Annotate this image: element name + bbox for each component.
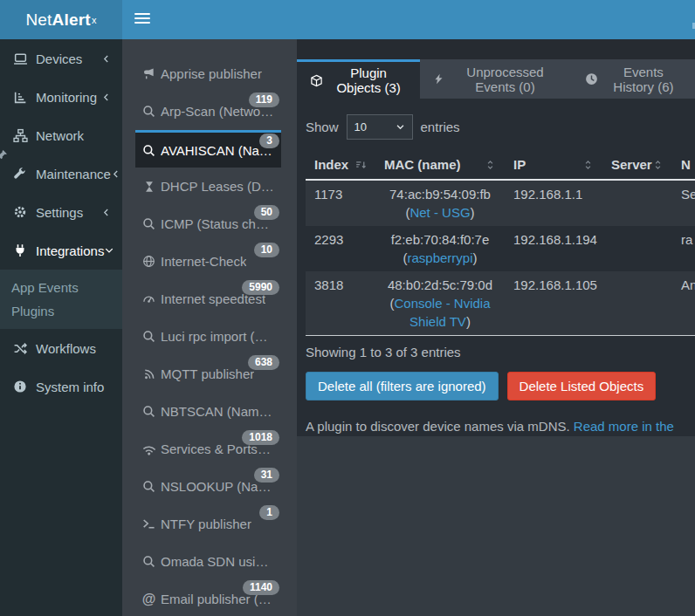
device-link[interactable]: Net - USG	[409, 205, 470, 220]
table-row: 3818 48:b0:2d:5c:79:0d (Console - Nvidia…	[306, 271, 695, 336]
terminal-icon	[142, 517, 155, 530]
search-icon	[142, 330, 155, 343]
tab-unprocessed-events[interactable]: Unprocessed Events (0)	[420, 59, 572, 99]
delete-all-button[interactable]: Delete all (filters are ignored)	[306, 372, 499, 400]
app-logo: NetAlertx	[0, 0, 122, 39]
delete-listed-button[interactable]: Delete Listed Objects	[507, 372, 657, 400]
sidebar: Devices Monitoring Network Maintenance S…	[0, 39, 122, 616]
column-header-ip[interactable]: IP	[505, 150, 602, 180]
column-header-index[interactable]: Index	[306, 150, 375, 180]
search-icon	[142, 480, 155, 493]
sidebar-item-integrations[interactable]: Integrations	[0, 231, 122, 270]
page-size-select[interactable]: 10	[347, 114, 413, 140]
sort-icon	[485, 159, 496, 171]
shuffle-icon	[13, 341, 28, 356]
plugin-description: A plugin to discover device names via mD…	[306, 419, 695, 436]
plugin-item-nslookup[interactable]: NSLOOKUP (Name … 31	[135, 468, 281, 505]
top-navbar	[122, 0, 695, 39]
main-content: Plugin Objects (3) Unprocessed Events (0…	[297, 39, 695, 616]
cube-icon	[310, 74, 323, 87]
sidebar-item-system-info[interactable]: System info	[0, 367, 122, 406]
cell-ip: 192.168.1.1	[505, 180, 602, 226]
chevron-left-icon	[111, 169, 120, 179]
plugin-item-services-ports[interactable]: Services & Ports (N… 1018	[135, 430, 281, 468]
at-icon: @	[142, 592, 155, 606]
sidebar-item-network[interactable]: Network	[0, 116, 122, 154]
signal-icon	[142, 442, 155, 455]
entries-label: entries	[421, 120, 460, 134]
cell-ip: 192.168.1.194	[505, 226, 602, 271]
tab-events-history[interactable]: Events History (6)	[572, 59, 695, 99]
cell-server	[602, 271, 672, 336]
netalertx-app: NetAlertx Devices Monitoring Network Mai…	[0, 0, 695, 616]
search-icon	[142, 105, 155, 118]
search-icon	[142, 555, 155, 568]
tab-plugin-objects[interactable]: Plugin Objects (3)	[297, 59, 420, 99]
plugin-item-email-publisher[interactable]: @ Email publisher (S… 1140	[135, 580, 281, 616]
plugin-item-internet-speedtest[interactable]: Internet speedtest 5990	[135, 280, 281, 318]
hourglass-icon	[142, 180, 155, 193]
sidebar-item-workflows[interactable]: Workflows	[0, 329, 122, 367]
plugin-item-arp-scan[interactable]: Arp-Scan (Network … 119	[135, 92, 281, 130]
count-badge: 119	[249, 92, 279, 107]
chevron-down-icon	[396, 122, 405, 132]
cell-index: 1173	[306, 180, 375, 226]
count-badge: 3	[259, 133, 279, 148]
table-row: 1173 74:ac:b9:54:09:fb (Net - USG) 192.1…	[306, 180, 695, 226]
submenu-item-plugins[interactable]: Plugins	[0, 299, 122, 323]
count-badge: 1018	[242, 430, 279, 445]
rss-icon	[142, 367, 155, 380]
cell-mac: 48:b0:2d:5c:79:0d (Console - Nvidia Shie…	[375, 271, 505, 336]
count-badge: 50	[254, 205, 279, 220]
bolt-icon	[433, 72, 444, 86]
integrations-submenu: App Events Plugins	[0, 270, 122, 329]
search-icon	[142, 144, 155, 157]
sidebar-item-settings[interactable]: Settings	[0, 193, 122, 231]
chevron-left-icon	[101, 208, 111, 217]
chart-icon	[13, 90, 28, 105]
sidebar-item-monitoring[interactable]: Monitoring	[0, 78, 122, 116]
plugin-item-luci-rpc-import[interactable]: Luci rpc import (De…	[135, 318, 281, 355]
cell-mac: f2:eb:70:84:f0:7e (raspberrypi)	[375, 226, 505, 271]
chevron-left-icon	[101, 54, 111, 64]
cell-ip: 192.168.1.105	[505, 271, 602, 336]
table-summary: Showing 1 to 3 of 3 entries	[306, 345, 695, 359]
device-link[interactable]: raspberrypi	[407, 250, 472, 265]
column-header-name[interactable]: N	[672, 150, 695, 180]
content-top-band	[297, 39, 695, 59]
cell-index: 3818	[306, 271, 375, 336]
sidebar-item-devices[interactable]: Devices	[0, 39, 122, 78]
plugin-item-internet-check[interactable]: Internet-Check 10	[135, 243, 281, 280]
sort-desc-icon	[354, 159, 367, 171]
search-icon	[142, 405, 155, 418]
table-header-row: Index MAC (name) IP Server N	[306, 150, 695, 180]
column-header-server[interactable]: Server	[602, 150, 672, 180]
submenu-item-app-events[interactable]: App Events	[0, 276, 122, 299]
plugin-item-ntfy-publisher[interactable]: NTFY publisher 1	[135, 505, 281, 543]
plugin-item-apprise-publisher[interactable]: Apprise publisher	[135, 55, 281, 92]
cell-index: 2293	[306, 226, 375, 271]
plugin-item-icmp[interactable]: ICMP (Status check) 50	[135, 205, 281, 243]
sidebar-toggle-icon[interactable]	[134, 12, 150, 26]
gauge-icon	[142, 292, 155, 305]
sidebar-item-maintenance[interactable]: Maintenance	[0, 154, 122, 193]
count-badge: 1	[259, 505, 279, 520]
device-link[interactable]: Console - Nvidia Shield TV	[394, 296, 490, 329]
sort-icon	[582, 159, 594, 171]
count-badge: 10	[254, 243, 279, 257]
plugin-item-nbtscan[interactable]: NBTSCAN (Name di…	[135, 393, 281, 430]
chevron-down-icon	[104, 245, 114, 256]
plugin-item-omada-sdn[interactable]: Omada SDN using …	[135, 543, 281, 580]
sort-icon	[652, 159, 664, 171]
plugin-objects-table: Index MAC (name) IP Server N 1173 74:ac:…	[306, 150, 695, 336]
laptop-icon	[13, 51, 28, 66]
chevron-left-icon	[101, 92, 111, 102]
wrench-icon	[13, 167, 28, 181]
plugin-item-mqtt-publisher[interactable]: MQTT publisher 638	[135, 355, 281, 393]
column-header-mac[interactable]: MAC (name)	[375, 150, 505, 180]
show-label: Show	[306, 120, 339, 134]
plugin-list: Apprise publisher Arp-Scan (Network … 11…	[122, 39, 297, 616]
cell-server	[602, 180, 672, 226]
plugin-item-avahiscan[interactable]: AVAHISCAN (Name … 3	[135, 130, 281, 168]
plugin-item-dhcp-leases[interactable]: DHCP Leases (Devic…	[135, 168, 281, 205]
